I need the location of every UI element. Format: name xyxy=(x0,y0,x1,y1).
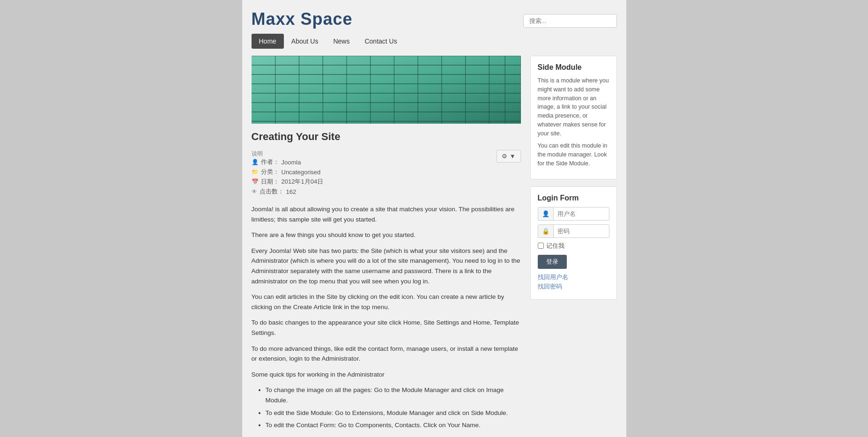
nav-item-home[interactable]: Home xyxy=(252,34,284,49)
hero-image xyxy=(252,56,521,124)
forgot-username-link[interactable]: 找回用户名 xyxy=(538,274,609,281)
nav-item-contact[interactable]: Contact Us xyxy=(357,34,404,49)
nav-item-news[interactable]: News xyxy=(326,34,357,49)
tip-3: To edit the Contact Form: Go to Componen… xyxy=(266,420,521,430)
login-module: Login Form 👤 🔒 记住我 登录 找回用户名 xyxy=(530,186,617,300)
login-button-wrapper: 登录 xyxy=(538,255,609,274)
password-input[interactable] xyxy=(554,225,609,237)
gear-dropdown-icon: ▼ xyxy=(510,153,516,160)
category-icon: 📁 xyxy=(252,169,259,175)
category-label: 分类： xyxy=(261,168,279,176)
tip-2: To edit the Side Module: Go to Extension… xyxy=(266,408,521,418)
hits-label: 点击数： xyxy=(260,187,284,196)
tip-1: To change the image on all the pages: Go… xyxy=(266,385,521,405)
paragraph-3: Every Joomla! Web site has two parts: th… xyxy=(252,246,521,286)
meta-author-row: 👤 作者： Joomla xyxy=(252,158,324,166)
article-title: Creating Your Site xyxy=(252,131,521,143)
site-title: Maxx Space xyxy=(252,9,353,29)
meta-category-row: 📁 分类： Uncategorised xyxy=(252,168,324,176)
login-form-title: Login Form xyxy=(538,194,609,202)
paragraph-5: To do basic changes to the appearance yo… xyxy=(252,318,521,338)
date-value: 2012年1月04日 xyxy=(282,178,324,186)
author-label: 作者： xyxy=(261,158,279,166)
side-module-text2: You can edit this module in the module m… xyxy=(538,141,609,168)
username-input[interactable] xyxy=(554,207,609,220)
username-group: 👤 xyxy=(538,207,609,221)
password-group: 🔒 xyxy=(538,224,609,238)
search-box xyxy=(523,14,617,28)
paragraph-6: To do more advanced things, like edit th… xyxy=(252,344,521,364)
meta-hits-row: 👁 点击数： 162 xyxy=(252,187,324,196)
hits-icon: 👁 xyxy=(252,188,257,195)
sidebar: Side Module This is a module where you m… xyxy=(530,56,617,437)
paragraph-2: There are a few things you should know t… xyxy=(252,230,521,240)
svg-rect-0 xyxy=(252,56,521,124)
article-body: Joomla! is all about allowing you to cre… xyxy=(252,204,521,437)
paragraph-7: Some quick tips for working in the Admin… xyxy=(252,370,521,380)
gear-button[interactable]: ⚙ ▼ xyxy=(497,150,521,163)
paragraph-4: You can edit articles in the Site by cli… xyxy=(252,292,521,312)
side-module-text1: This is a module where you might want to… xyxy=(538,76,609,138)
category-value: Uncategorised xyxy=(282,169,321,176)
article-meta-section: 说明 👤 作者： Joomla 📁 分类： Uncategorised 📅 日期… xyxy=(252,150,521,197)
meta-label: 说明 xyxy=(252,150,324,158)
remember-checkbox[interactable] xyxy=(538,243,544,249)
meta-date-row: 📅 日期： 2012年1月04日 xyxy=(252,178,324,186)
hits-value: 162 xyxy=(286,188,297,195)
side-module: Side Module This is a module where you m… xyxy=(530,56,617,179)
paragraph-1: Joomla! is all about allowing you to cre… xyxy=(252,204,521,224)
nav-item-about[interactable]: About Us xyxy=(284,34,326,49)
nav-bar: Home About Us News Contact Us xyxy=(252,34,617,49)
main-content: Creating Your Site 说明 👤 作者： Joomla 📁 分类：… xyxy=(252,56,617,437)
page-wrapper: Maxx Space Home About Us News Contact Us xyxy=(242,0,626,437)
lock-icon: 🔒 xyxy=(538,225,554,237)
remember-row: 记住我 xyxy=(538,242,609,250)
remember-label: 记住我 xyxy=(546,242,564,250)
tips-list: To change the image on all the pages: Go… xyxy=(266,385,521,430)
content-area: Creating Your Site 说明 👤 作者： Joomla 📁 分类：… xyxy=(252,56,521,437)
forgot-password-link[interactable]: 找回密码 xyxy=(538,283,609,291)
login-button[interactable]: 登录 xyxy=(538,255,567,269)
date-label: 日期： xyxy=(261,178,279,186)
author-value: Joomla xyxy=(282,159,301,166)
date-icon: 📅 xyxy=(252,178,259,185)
hero-svg xyxy=(252,56,521,124)
login-links: 找回用户名 找回密码 xyxy=(538,274,609,291)
user-icon: 👤 xyxy=(538,207,554,220)
author-icon: 👤 xyxy=(252,159,259,165)
gear-icon: ⚙ xyxy=(502,153,507,160)
header: Maxx Space xyxy=(252,9,617,29)
side-module-title: Side Module xyxy=(538,63,609,72)
article-meta: 说明 👤 作者： Joomla 📁 分类： Uncategorised 📅 日期… xyxy=(252,150,324,197)
search-input[interactable] xyxy=(523,14,617,28)
